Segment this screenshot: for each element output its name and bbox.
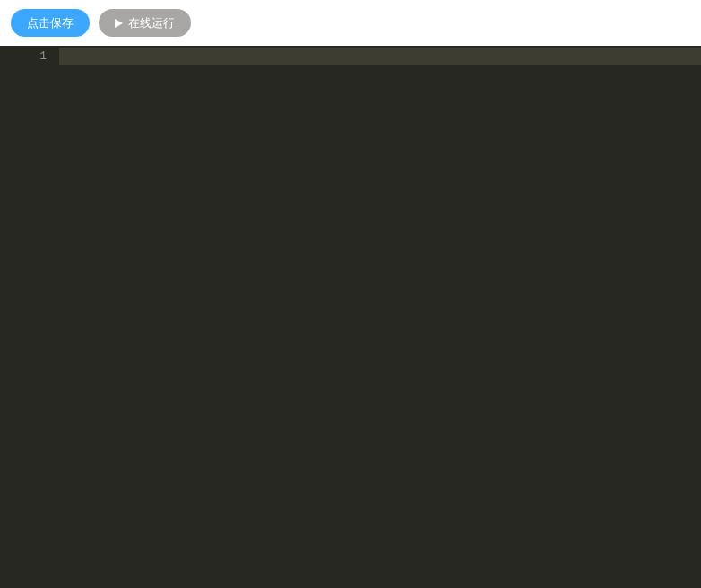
code-line[interactable] [59, 48, 701, 65]
save-button[interactable]: 点击保存 [11, 9, 90, 37]
line-gutter: 1 [0, 46, 59, 588]
save-button-label: 点击保存 [27, 15, 74, 31]
toolbar: 点击保存 在线运行 [0, 0, 701, 46]
line-number: 1 [0, 48, 47, 65]
code-editor[interactable]: 1 [0, 46, 701, 588]
play-icon [115, 19, 123, 28]
run-button-label: 在线运行 [128, 15, 175, 31]
code-area[interactable] [59, 46, 701, 588]
run-button[interactable]: 在线运行 [99, 9, 191, 37]
